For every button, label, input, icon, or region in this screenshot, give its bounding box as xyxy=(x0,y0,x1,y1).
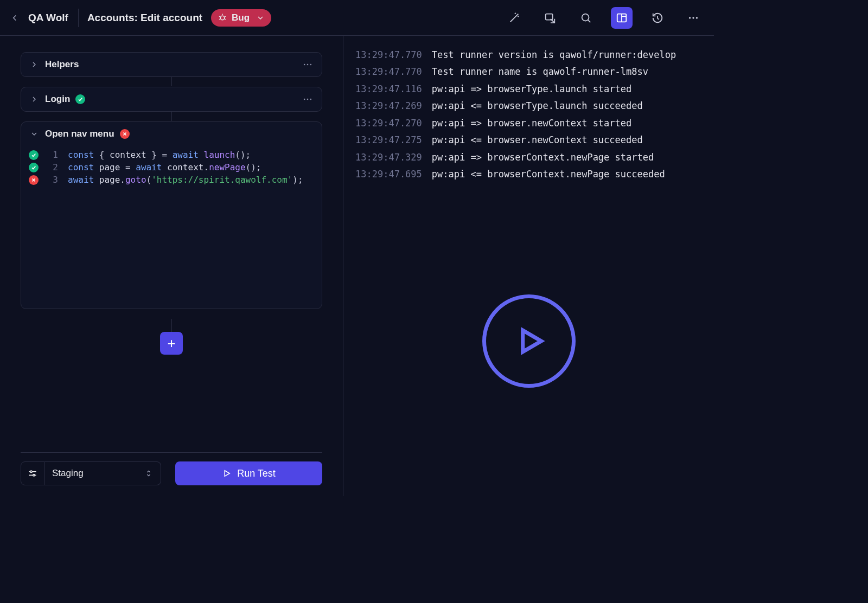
more-button[interactable] xyxy=(682,7,704,29)
bug-badge[interactable]: Bug xyxy=(211,9,271,27)
code-text: const page = await context.newPage(); xyxy=(68,162,261,172)
step-login-label: Login xyxy=(45,94,70,105)
log-message: pw:api <= browserType.launch succeeded xyxy=(432,100,643,111)
step-login-more-icon[interactable] xyxy=(302,94,313,105)
environment-select[interactable]: Staging xyxy=(44,461,161,485)
svg-line-7 xyxy=(515,12,516,14)
svg-marker-34 xyxy=(225,471,229,477)
svg-line-16 xyxy=(658,18,659,19)
log-line: 13:29:47.329pw:api => browserContext.new… xyxy=(355,149,702,166)
page-title: Accounts: Edit account xyxy=(87,12,202,24)
log-output[interactable]: 13:29:47.770Test runner version is qawol… xyxy=(343,36,714,187)
line-status-pass-icon xyxy=(29,163,39,172)
log-timestamp: 13:29:47.275 xyxy=(355,134,422,145)
log-timestamp: 13:29:47.269 xyxy=(355,100,422,111)
log-line: 13:29:47.770Test runner version is qawol… xyxy=(355,47,702,63)
svg-point-22 xyxy=(310,64,312,66)
chevron-right-icon xyxy=(30,60,39,69)
step-open-nav: Open nav menu 1const { context } = await… xyxy=(21,121,322,309)
log-timestamp: 13:29:47.329 xyxy=(355,152,422,163)
step-helpers[interactable]: Helpers xyxy=(21,52,322,77)
environment-filter-button[interactable] xyxy=(21,461,44,485)
step-helpers-more-icon[interactable] xyxy=(302,59,313,70)
svg-point-18 xyxy=(692,17,694,18)
log-message: Test runner name is qawolf-runner-lm8sv xyxy=(432,66,648,77)
sliders-icon xyxy=(27,468,38,479)
svg-point-19 xyxy=(696,17,698,18)
line-number: 1 xyxy=(45,150,58,160)
svg-line-5 xyxy=(225,18,226,20)
line-status-pass-icon xyxy=(29,150,39,160)
step-open-nav-label: Open nav menu xyxy=(45,129,114,139)
log-message: Test runner version is qawolf/runner:dev… xyxy=(432,49,676,60)
run-test-button[interactable]: Run Test xyxy=(175,461,322,485)
svg-line-4 xyxy=(219,18,220,20)
back-chevron-icon[interactable] xyxy=(10,13,20,23)
code-editor[interactable]: 1const { context } = await launch();2con… xyxy=(21,146,322,309)
log-line: 13:29:47.270pw:api => browser.newContext… xyxy=(355,115,702,132)
search-button[interactable] xyxy=(575,7,597,29)
log-line: 13:29:47.269pw:api <= browserType.launch… xyxy=(355,98,702,114)
status-pass-icon xyxy=(75,94,85,104)
chevron-right-icon xyxy=(30,95,39,104)
play-icon xyxy=(222,469,232,478)
log-message: pw:api => browserType.launch started xyxy=(432,84,631,94)
add-step-button[interactable]: + xyxy=(160,332,183,355)
log-timestamp: 13:29:47.116 xyxy=(355,84,422,94)
preview-area xyxy=(343,187,714,497)
svg-point-10 xyxy=(582,14,589,21)
svg-point-17 xyxy=(689,17,691,18)
log-line: 13:29:47.695pw:api <= browserContext.new… xyxy=(355,166,702,183)
svg-point-23 xyxy=(304,99,305,100)
log-timestamp: 13:29:47.770 xyxy=(355,66,422,77)
code-text: await page.goto('https://spirit.qawolf.c… xyxy=(68,175,303,185)
log-line: 13:29:47.275pw:api <= browser.newContext… xyxy=(355,132,702,149)
svg-line-6 xyxy=(510,14,519,22)
bottom-bar: Staging Run Test xyxy=(21,452,322,485)
layout-button[interactable] xyxy=(611,7,633,29)
log-message: pw:api <= browserContext.newPage succeed… xyxy=(432,169,665,179)
code-line[interactable]: 3await page.goto('https://spirit.qawolf.… xyxy=(21,174,322,186)
svg-line-11 xyxy=(588,20,590,22)
log-line: 13:29:47.116pw:api => browserType.launch… xyxy=(355,81,702,98)
svg-point-0 xyxy=(220,16,225,20)
code-line[interactable]: 2const page = await context.newPage(); xyxy=(21,161,322,174)
bug-label: Bug xyxy=(232,12,250,23)
environment-value: Staging xyxy=(52,468,84,479)
line-status-fail-icon xyxy=(29,175,39,185)
step-helpers-label: Helpers xyxy=(45,59,79,70)
select-arrows-icon xyxy=(144,469,153,478)
wand-button[interactable] xyxy=(503,7,525,29)
svg-line-3 xyxy=(225,16,226,17)
brand-name[interactable]: QA Wolf xyxy=(28,9,79,27)
log-timestamp: 13:29:47.270 xyxy=(355,118,422,129)
log-line: 13:29:47.770Test runner name is qawolf-r… xyxy=(355,63,702,80)
svg-point-33 xyxy=(33,474,35,476)
svg-point-31 xyxy=(30,471,32,472)
bug-icon xyxy=(218,13,227,23)
code-text: const { context } = await launch(); xyxy=(68,150,251,160)
run-test-label: Run Test xyxy=(237,468,276,479)
log-timestamp: 13:29:47.695 xyxy=(355,169,422,179)
line-number: 3 xyxy=(45,175,58,185)
log-message: pw:api => browserContext.newPage started xyxy=(432,152,654,163)
line-number: 2 xyxy=(45,162,58,172)
history-button[interactable] xyxy=(647,7,668,29)
chevron-down-icon xyxy=(256,14,265,22)
svg-point-21 xyxy=(307,64,309,66)
status-fail-icon xyxy=(120,129,130,139)
log-timestamp: 13:29:47.770 xyxy=(355,49,422,60)
step-open-nav-header[interactable]: Open nav menu xyxy=(21,122,322,146)
svg-point-24 xyxy=(307,99,309,100)
step-login[interactable]: Login xyxy=(21,87,322,112)
log-message: pw:api <= browser.newContext succeeded xyxy=(432,134,643,145)
play-preview-button[interactable] xyxy=(482,294,576,388)
svg-rect-9 xyxy=(546,14,553,20)
inspect-button[interactable] xyxy=(539,7,561,29)
log-message: pw:api => browser.newContext started xyxy=(432,118,631,129)
code-line[interactable]: 1const { context } = await launch(); xyxy=(21,149,322,161)
chevron-down-icon xyxy=(30,130,39,138)
left-panel: Helpers Login Open nav menu xyxy=(0,36,343,496)
svg-marker-35 xyxy=(522,330,541,352)
svg-point-25 xyxy=(310,99,312,100)
